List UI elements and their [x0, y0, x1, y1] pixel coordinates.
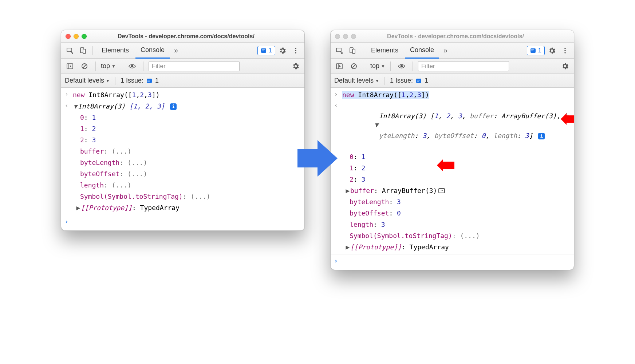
issues-pill-count: 1	[538, 47, 541, 54]
close-icon[interactable]	[335, 34, 340, 39]
svg-rect-28	[417, 80, 420, 80]
issues-link[interactable]: 1 Issue: 1	[390, 77, 428, 84]
svg-rect-2	[83, 49, 86, 54]
svg-rect-17	[352, 49, 355, 54]
console-result-summary[interactable]: ▼Int8Array(3) [1, 2, 3] i	[73, 101, 301, 111]
titlebar[interactable]: DevTools - developer.chrome.com/docs/dev…	[61, 30, 304, 43]
memory-icon[interactable]: ⋯	[438, 188, 445, 193]
issues-pill[interactable]: 1	[257, 46, 275, 55]
titlebar[interactable]: DevTools - developer.chrome.com/docs/dev…	[331, 30, 574, 43]
svg-point-26	[401, 65, 402, 67]
tab-bar: Elements Console » 1	[61, 43, 304, 59]
tab-elements[interactable]: Elements	[366, 43, 403, 59]
console-output: ›new Int8Array([1,2,3]) ‹ ▼Int8Array(3) …	[331, 88, 574, 270]
prop-row[interactable]: byteLength: 3	[350, 197, 570, 207]
svg-point-22	[564, 50, 566, 51]
window-title: DevTools - developer.chrome.com/docs/dev…	[342, 33, 569, 40]
info-icon[interactable]: i	[538, 133, 545, 139]
live-expr-icon[interactable]	[126, 60, 138, 72]
sidebar-toggle-icon[interactable]	[64, 60, 76, 72]
prop-row[interactable]: Symbol(Symbol.toStringTag): (...)	[350, 231, 570, 241]
issues-link[interactable]: 1 Issue: 1	[121, 77, 159, 84]
context-selector[interactable]: top▼	[370, 62, 385, 70]
clear-icon[interactable]	[348, 60, 360, 72]
svg-rect-20	[531, 51, 533, 51]
filter-input[interactable]: Filter	[418, 61, 509, 71]
filter-input[interactable]: Filter	[149, 61, 240, 71]
kebab-icon[interactable]	[290, 45, 301, 56]
buffer-row[interactable]: ▶buffer: ArrayBuffer(3)⋯	[345, 186, 570, 195]
prop-row[interactable]: 2: 3	[350, 174, 570, 184]
more-tabs-icon[interactable]: »	[441, 46, 450, 55]
console-toolbar: top▼ Filter	[331, 59, 574, 74]
prop-row[interactable]: buffer: (...)	[80, 146, 301, 156]
inspect-icon[interactable]	[334, 45, 345, 56]
prop-row[interactable]: byteOffset: 0	[350, 208, 570, 218]
svg-point-11	[131, 65, 133, 67]
more-tabs-icon[interactable]: »	[171, 46, 181, 55]
clear-icon[interactable]	[79, 60, 90, 72]
kebab-icon[interactable]	[559, 45, 571, 56]
tab-console[interactable]: Console	[405, 43, 439, 59]
prop-row[interactable]: byteOffset: (...)	[80, 169, 301, 179]
prop-row[interactable]: length: 3	[350, 219, 570, 229]
svg-rect-4	[262, 50, 265, 50]
annotation-arrow-icon	[561, 113, 574, 125]
prop-row[interactable]: 1: 2	[350, 163, 570, 173]
info-icon[interactable]: i	[170, 103, 177, 110]
console-input-line: new Int8Array([1,2,3])	[342, 90, 570, 100]
proto-row[interactable]: ▶[[Prototype]]: TypedArray	[345, 242, 570, 252]
prop-row[interactable]: length: (...)	[80, 180, 301, 190]
annotation-arrow-icon	[437, 159, 454, 171]
window-title: DevTools - developer.chrome.com/docs/dev…	[72, 33, 300, 40]
close-icon[interactable]	[66, 34, 71, 39]
levels-selector[interactable]: Default levels ▼	[65, 77, 110, 84]
prop-row[interactable]: byteLength: (...)	[80, 158, 301, 167]
tab-elements[interactable]: Elements	[96, 43, 134, 59]
svg-rect-14	[147, 81, 150, 82]
svg-point-23	[564, 52, 566, 54]
devtools-window-after: DevTools - developer.chrome.com/docs/dev…	[330, 30, 574, 270]
issues-pill-count: 1	[269, 47, 272, 54]
live-expr-icon[interactable]	[396, 60, 407, 72]
svg-point-6	[295, 48, 296, 49]
prop-row[interactable]: 0: 1	[80, 112, 301, 122]
svg-rect-15	[336, 48, 341, 52]
prop-row[interactable]: 0: 1	[350, 152, 570, 162]
transition-arrow-icon	[297, 138, 338, 178]
tab-console[interactable]: Console	[135, 43, 170, 59]
context-selector[interactable]: top▼	[101, 62, 116, 70]
console-input-line: new Int8Array([1,2,3])	[73, 90, 301, 100]
settings-icon[interactable]	[546, 45, 558, 56]
issues-pill[interactable]: 1	[527, 46, 545, 55]
svg-point-7	[295, 50, 296, 51]
device-icon[interactable]	[77, 45, 89, 56]
prop-row[interactable]: Symbol(Symbol.toStringTag): (...)	[80, 191, 301, 201]
level-bar: Default levels ▼ 1 Issue: 1	[331, 74, 574, 88]
console-settings-icon[interactable]	[290, 60, 301, 72]
svg-rect-13	[147, 80, 150, 80]
svg-point-21	[564, 48, 566, 49]
svg-rect-0	[67, 48, 72, 52]
svg-point-8	[295, 52, 296, 54]
prop-row[interactable]: 2: 3	[80, 135, 301, 145]
level-bar: Default levels ▼ 1 Issue: 1	[61, 74, 304, 88]
inspect-icon[interactable]	[64, 45, 76, 56]
device-icon[interactable]	[347, 45, 358, 56]
proto-row[interactable]: ▶[[Prototype]]: TypedArray	[76, 203, 301, 213]
settings-icon[interactable]	[277, 45, 288, 56]
svg-rect-19	[531, 50, 534, 50]
devtools-window-before: DevTools - developer.chrome.com/docs/dev…	[61, 30, 305, 231]
console-settings-icon[interactable]	[559, 60, 571, 72]
levels-selector[interactable]: Default levels ▼	[334, 77, 379, 84]
console-toolbar: top▼ Filter	[61, 59, 304, 74]
console-result-summary[interactable]: ▼Int8Array(3) [1, 2, 3, buffer: ArrayBuf…	[342, 101, 570, 150]
console-output: ›new Int8Array([1,2,3]) ‹▼Int8Array(3) […	[61, 88, 304, 230]
prop-row[interactable]: 1: 2	[80, 124, 301, 134]
sidebar-toggle-icon[interactable]	[334, 60, 345, 72]
svg-rect-5	[262, 51, 264, 51]
svg-rect-29	[417, 81, 419, 82]
tab-bar: Elements Console » 1	[331, 43, 574, 59]
